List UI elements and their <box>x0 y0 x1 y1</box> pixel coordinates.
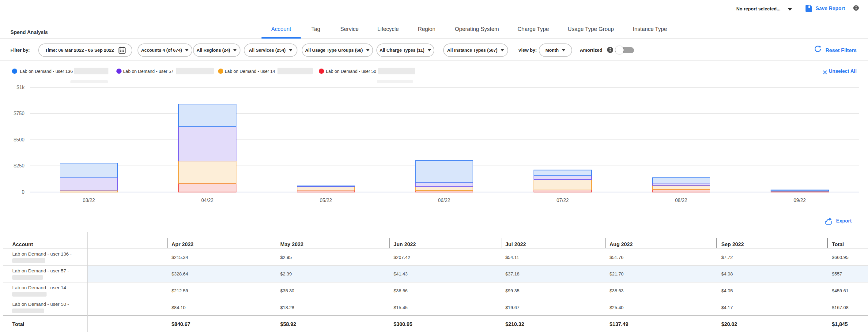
svg-text:$750: $750 <box>13 111 25 116</box>
svg-text:03/22: 03/22 <box>83 198 95 203</box>
svg-text:07/22: 07/22 <box>557 198 569 203</box>
svg-text:$1k: $1k <box>17 85 25 90</box>
svg-text:05/22: 05/22 <box>320 198 332 203</box>
svg-text:$250: $250 <box>13 163 25 168</box>
svg-text:06/22: 06/22 <box>438 198 450 203</box>
svg-text:0: 0 <box>22 190 25 195</box>
svg-text:09/22: 09/22 <box>794 198 806 203</box>
svg-text:$500: $500 <box>13 137 25 142</box>
svg-text:04/22: 04/22 <box>201 198 214 203</box>
svg-text:08/22: 08/22 <box>675 198 687 203</box>
